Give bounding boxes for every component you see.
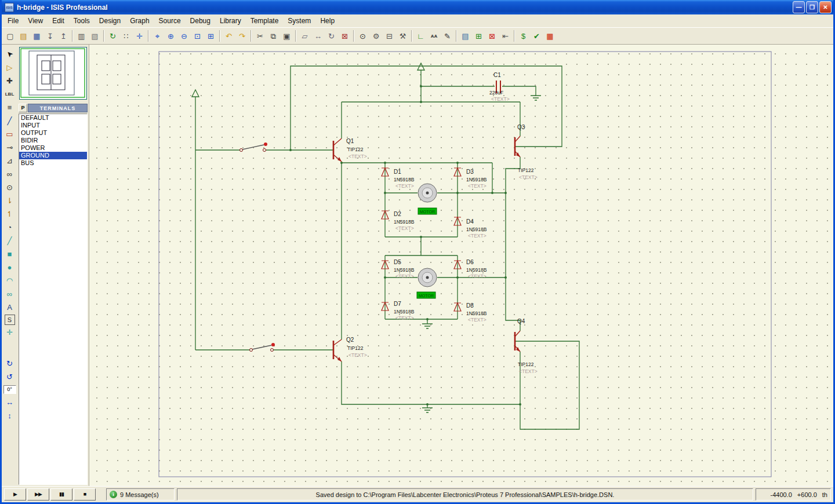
menu-design[interactable]: Design xyxy=(95,16,125,26)
terminal-item-default[interactable]: DEFAULT xyxy=(19,114,87,122)
terminal-item-bidir[interactable]: BIDIR xyxy=(19,137,87,144)
stop-button[interactable]: ■ xyxy=(74,488,96,501)
mirror-horizontal-icon[interactable]: ↔ xyxy=(3,396,16,408)
search-tag-icon[interactable]: AA xyxy=(428,30,440,42)
generator-mode-icon[interactable]: ⊙ xyxy=(3,181,16,193)
mirror-vertical-icon[interactable]: ↕ xyxy=(3,410,16,422)
2d-marker-mode-icon[interactable]: ✛ xyxy=(3,326,16,338)
make-device-icon[interactable]: ⚙ xyxy=(370,30,382,42)
electrical-rule-check-icon[interactable]: ✔ xyxy=(531,30,543,42)
zoom-all-icon[interactable]: ⊡ xyxy=(191,30,204,42)
import-section-icon[interactable]: ↧ xyxy=(44,30,56,42)
2d-circle-mode-icon[interactable]: ● xyxy=(3,261,16,273)
menu-graph[interactable]: Graph xyxy=(125,16,154,26)
redraw-display-icon[interactable]: ↻ xyxy=(107,30,119,42)
voltage-probe-mode-icon[interactable]: ⇂ xyxy=(3,195,16,207)
new-design-icon[interactable]: ▢ xyxy=(4,30,16,42)
cut-icon[interactable]: ✂ xyxy=(254,30,266,42)
terminal-item-input[interactable]: INPUT xyxy=(19,122,87,129)
title-bar[interactable]: ISIS h-bridge - ISIS Professional —❐✕ xyxy=(2,0,833,14)
selection-mode-icon[interactable]: ➤ xyxy=(1,46,19,63)
redo-icon[interactable]: ↷ xyxy=(236,30,248,42)
play-button[interactable]: ▶ xyxy=(4,488,26,501)
tape-recorder-mode-icon[interactable]: ∞ xyxy=(3,168,16,180)
menu-file[interactable]: File xyxy=(3,16,23,26)
step-button[interactable]: ▶▶ xyxy=(27,488,49,501)
rotate-block-icon[interactable]: ↻ xyxy=(325,30,337,42)
copy-icon[interactable]: ⧉ xyxy=(267,30,279,42)
print-design-icon[interactable]: ▥ xyxy=(75,30,88,42)
2d-arc-mode-icon[interactable]: ◠ xyxy=(3,275,16,287)
mark-output-area-icon[interactable]: ▧ xyxy=(89,30,101,42)
toggle-false-origin-icon[interactable]: ✛ xyxy=(133,30,146,42)
menu-library[interactable]: Library xyxy=(215,16,246,26)
maximize-button[interactable]: ❐ xyxy=(806,1,818,13)
2d-text-mode-icon[interactable]: A xyxy=(3,301,16,313)
remove-sheet-icon[interactable]: ⊠ xyxy=(486,30,498,42)
wire-label-mode-icon[interactable]: LBL xyxy=(3,88,16,100)
new-sheet-icon[interactable]: ⊞ xyxy=(473,30,485,42)
pick-devices-button[interactable]: P xyxy=(19,104,27,112)
packaging-tool-icon[interactable]: ⊟ xyxy=(383,30,395,42)
terminal-item-ground[interactable]: GROUND xyxy=(19,152,87,159)
zoom-in-icon[interactable]: ⊕ xyxy=(165,30,177,42)
menu-template[interactable]: Template xyxy=(246,16,284,26)
export-section-icon[interactable]: ↥ xyxy=(57,30,70,42)
toggle-grid-icon[interactable]: ∷ xyxy=(120,30,132,42)
design-explorer-icon[interactable]: ▤ xyxy=(459,30,471,42)
virtual-instruments-mode-icon[interactable]: ◔ xyxy=(3,221,16,233)
close-button[interactable]: ✕ xyxy=(819,1,832,13)
move-block-icon[interactable]: ↔ xyxy=(312,30,324,42)
rotate-anticlockwise-icon[interactable]: ↺ xyxy=(3,371,16,383)
overview-window[interactable] xyxy=(19,47,87,100)
power-terminal-top[interactable] xyxy=(418,63,424,70)
terminal-item-output[interactable]: OUTPUT xyxy=(19,129,87,137)
current-probe-mode-icon[interactable]: ↿ xyxy=(3,208,16,220)
subcircuit-mode-icon[interactable]: ▭ xyxy=(3,128,16,140)
2d-symbol-mode-icon[interactable]: S xyxy=(5,315,15,325)
switch-lower[interactable] xyxy=(250,343,275,352)
minimize-button[interactable]: — xyxy=(793,1,805,13)
menu-help[interactable]: Help xyxy=(315,16,339,26)
menu-tools[interactable]: Tools xyxy=(69,16,95,26)
zoom-area-icon[interactable]: ⊞ xyxy=(205,30,217,42)
terminal-item-power[interactable]: POWER xyxy=(19,144,87,152)
open-design-icon[interactable]: ▤ xyxy=(17,30,30,42)
2d-line-mode-icon[interactable]: ╱ xyxy=(3,235,16,247)
zoom-out-icon[interactable]: ⊖ xyxy=(178,30,190,42)
menu-edit[interactable]: Edit xyxy=(48,16,69,26)
menu-source[interactable]: Source xyxy=(154,16,186,26)
paste-icon[interactable]: ▣ xyxy=(281,30,293,42)
decompose-icon[interactable]: ⚒ xyxy=(397,30,409,42)
device-pin-mode-icon[interactable]: ⊸ xyxy=(3,141,16,154)
2d-path-mode-icon[interactable]: ∞ xyxy=(3,288,16,300)
2d-box-mode-icon[interactable]: ■ xyxy=(3,248,16,260)
text-script-mode-icon[interactable]: ≡ xyxy=(3,101,16,114)
menu-debug[interactable]: Debug xyxy=(186,16,215,26)
bill-of-materials-icon[interactable]: $ xyxy=(517,30,529,42)
component-mode-icon[interactable]: ▷ xyxy=(3,61,16,74)
menu-view[interactable]: View xyxy=(23,16,48,26)
pause-button[interactable]: ▮▮ xyxy=(50,488,72,501)
schematic-canvas[interactable]: MOTOR MOTOR C1 220uF <TEXT> Q1 TIP122 < xyxy=(89,45,833,486)
motor-1[interactable]: MOTOR xyxy=(418,184,437,214)
rotate-clockwise-icon[interactable]: ↻ xyxy=(3,357,16,370)
save-design-icon[interactable]: ▦ xyxy=(31,30,43,42)
terminal-item-bus[interactable]: BUS xyxy=(19,159,87,167)
motor-2[interactable]: MOTOR xyxy=(417,268,437,298)
buses-mode-icon[interactable]: ╱ xyxy=(3,115,16,127)
center-at-cursor-icon[interactable]: ⌖ xyxy=(151,30,164,42)
junction-dot-mode-icon[interactable]: ✚ xyxy=(3,75,16,87)
wire-autorouter-icon[interactable]: ∟ xyxy=(415,30,427,42)
delete-block-icon[interactable]: ⊠ xyxy=(339,30,351,42)
copy-block-icon[interactable]: ▱ xyxy=(299,30,311,42)
graph-mode-icon[interactable]: ⊿ xyxy=(3,155,16,167)
pick-device-icon[interactable]: ⊙ xyxy=(357,30,369,42)
undo-icon[interactable]: ↶ xyxy=(223,30,235,42)
rotation-angle-box[interactable]: 0° xyxy=(3,385,16,394)
message-panel[interactable]: i 9 Message(s) xyxy=(106,488,175,501)
schematic-wires[interactable] xyxy=(195,66,579,429)
power-terminal-left[interactable] xyxy=(192,90,199,97)
menu-system[interactable]: System xyxy=(283,16,315,26)
property-assignment-icon[interactable]: ✎ xyxy=(441,30,453,42)
